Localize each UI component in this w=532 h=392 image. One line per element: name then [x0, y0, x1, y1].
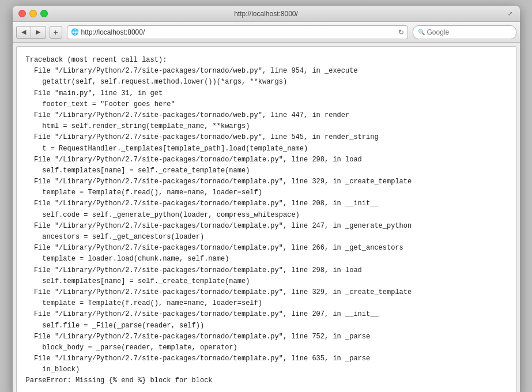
secure-icon: 🌐: [71, 28, 79, 36]
url-bar[interactable]: 🌐 ↻: [67, 25, 408, 39]
search-input[interactable]: [427, 28, 514, 36]
back-button[interactable]: ◀: [16, 26, 31, 39]
search-bar[interactable]: 🔍: [413, 25, 516, 39]
toolbar: ◀ ▶ + 🌐 ↻ 🔍: [13, 22, 520, 43]
browser-window: http://localhost:8000/ ⤢ ◀ ▶ + 🌐 ↻ 🔍 Tra…: [13, 6, 520, 392]
fullscreen-icon[interactable]: ⤢: [506, 10, 514, 18]
content-area: Traceback (most recent call last): File …: [16, 46, 516, 392]
search-icon: 🔍: [418, 29, 425, 35]
url-input[interactable]: [81, 28, 396, 36]
close-button[interactable]: [18, 10, 26, 17]
add-tab-button[interactable]: +: [50, 26, 62, 39]
maximize-button[interactable]: [40, 10, 48, 17]
forward-button[interactable]: ▶: [31, 26, 46, 39]
reload-button[interactable]: ↻: [398, 28, 404, 36]
traceback-output: Traceback (most recent call last): File …: [26, 55, 507, 387]
window-title: http://localhost:8000/: [234, 10, 298, 18]
title-bar: http://localhost:8000/ ⤢: [13, 6, 520, 22]
window-controls: [18, 10, 48, 17]
minimize-button[interactable]: [29, 10, 37, 17]
